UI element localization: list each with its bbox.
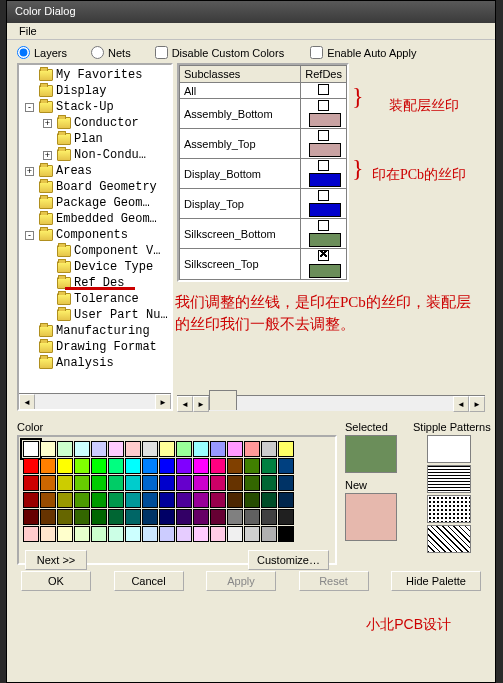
tree-item[interactable]: Analysis (19, 355, 171, 371)
color-cell[interactable] (227, 458, 243, 474)
color-cell[interactable] (142, 475, 158, 491)
color-cell[interactable] (108, 526, 124, 542)
color-cell[interactable] (142, 509, 158, 525)
color-cell[interactable] (278, 475, 294, 491)
color-cell[interactable] (125, 475, 141, 491)
color-cell[interactable] (108, 441, 124, 457)
color-cell[interactable] (125, 458, 141, 474)
color-cell[interactable] (57, 475, 73, 491)
color-cell[interactable] (108, 509, 124, 525)
apply-button[interactable]: Apply (206, 571, 276, 591)
scroll-right-icon[interactable]: ► (469, 396, 485, 412)
color-cell[interactable] (244, 441, 260, 457)
color-cell[interactable] (40, 492, 56, 508)
color-cell[interactable] (261, 526, 277, 542)
color-cell[interactable] (23, 526, 39, 542)
grid-hscroll[interactable]: ◄ ► ◄ ► (177, 395, 485, 411)
color-cell[interactable] (142, 526, 158, 542)
tree-item[interactable]: Manufacturing (19, 323, 171, 339)
grid-row[interactable]: Display_Bottom (180, 159, 347, 189)
color-cell[interactable] (244, 509, 260, 525)
chk-auto-apply[interactable]: Enable Auto Apply (310, 46, 416, 59)
tree-item[interactable]: Package Geom… (19, 195, 171, 211)
layer-tree[interactable]: My FavoritesDisplay-Stack-Up+ConductorPl… (19, 65, 171, 395)
cancel-button[interactable]: Cancel (114, 571, 184, 591)
color-cell[interactable] (23, 475, 39, 491)
color-swatch[interactable] (309, 264, 341, 278)
stipple-diag[interactable] (427, 525, 471, 553)
color-cell[interactable] (40, 475, 56, 491)
ok-button[interactable]: OK (21, 571, 91, 591)
color-cell[interactable] (278, 509, 294, 525)
color-cell[interactable] (176, 441, 192, 457)
color-cell[interactable] (193, 509, 209, 525)
color-cell[interactable] (227, 509, 243, 525)
radio-layers[interactable]: Layers (17, 46, 67, 59)
scroll-left-icon[interactable]: ◄ (177, 396, 193, 412)
tree-item[interactable]: +Areas (19, 163, 171, 179)
col-refdes[interactable]: RefDes (301, 66, 347, 83)
color-cell[interactable] (91, 441, 107, 457)
color-cell[interactable] (23, 441, 39, 457)
color-cell[interactable] (40, 509, 56, 525)
color-cell[interactable] (159, 526, 175, 542)
color-cell[interactable] (74, 475, 90, 491)
tree-item[interactable]: -Components (19, 227, 171, 243)
color-cell[interactable] (57, 492, 73, 508)
color-cell[interactable] (278, 526, 294, 542)
color-cell[interactable] (23, 492, 39, 508)
tree-item[interactable]: +Non-Condu… (19, 147, 171, 163)
expand-icon[interactable]: - (25, 103, 34, 112)
color-cell[interactable] (176, 458, 192, 474)
grid-row[interactable]: Silkscreen_Bottom (180, 219, 347, 249)
color-cell[interactable] (210, 458, 226, 474)
color-cell[interactable] (159, 458, 175, 474)
tree-item[interactable]: Tolerance (19, 291, 171, 307)
color-swatch[interactable] (309, 203, 341, 217)
scroll-right-icon[interactable]: ► (155, 394, 171, 410)
expand-icon[interactable]: + (25, 167, 34, 176)
tree-item[interactable]: Display (19, 83, 171, 99)
expand-icon[interactable]: - (25, 231, 34, 240)
customize-button[interactable]: Customize… (248, 550, 329, 570)
titlebar[interactable]: Color Dialog (7, 1, 495, 23)
color-cell[interactable] (159, 441, 175, 457)
refdes-checkbox[interactable] (318, 84, 329, 95)
grid-row[interactable]: Assembly_Top (180, 129, 347, 159)
next-button[interactable]: Next >> (25, 550, 87, 570)
color-cell[interactable] (125, 441, 141, 457)
color-cell[interactable] (193, 441, 209, 457)
color-cell[interactable] (91, 475, 107, 491)
color-cell[interactable] (40, 526, 56, 542)
scroll-right-icon[interactable]: ► (193, 396, 209, 412)
color-cell[interactable] (176, 492, 192, 508)
tree-item[interactable]: My Favorites (19, 67, 171, 83)
color-cell[interactable] (193, 458, 209, 474)
color-cell[interactable] (91, 509, 107, 525)
tree-item[interactable]: User Part Nu… (19, 307, 171, 323)
color-cell[interactable] (125, 509, 141, 525)
tree-item[interactable]: +Conductor (19, 115, 171, 131)
color-cell[interactable] (57, 458, 73, 474)
color-cell[interactable] (210, 475, 226, 491)
color-cell[interactable] (261, 475, 277, 491)
color-cell[interactable] (261, 458, 277, 474)
color-cell[interactable] (74, 526, 90, 542)
color-cell[interactable] (176, 509, 192, 525)
tree-item[interactable]: Component V… (19, 243, 171, 259)
radio-nets[interactable]: Nets (91, 46, 131, 59)
color-cell[interactable] (176, 475, 192, 491)
chk-disable-input[interactable] (155, 46, 168, 59)
grid-row[interactable]: Display_Top (180, 189, 347, 219)
color-cell[interactable] (91, 458, 107, 474)
color-cell[interactable] (108, 475, 124, 491)
color-cell[interactable] (142, 492, 158, 508)
color-cell[interactable] (193, 526, 209, 542)
tree-item[interactable]: -Stack-Up (19, 99, 171, 115)
color-cell[interactable] (91, 526, 107, 542)
color-cell[interactable] (125, 526, 141, 542)
color-cell[interactable] (210, 492, 226, 508)
stipple-dots[interactable] (427, 495, 471, 523)
color-cell[interactable] (210, 526, 226, 542)
tree-item[interactable]: Drawing Format (19, 339, 171, 355)
